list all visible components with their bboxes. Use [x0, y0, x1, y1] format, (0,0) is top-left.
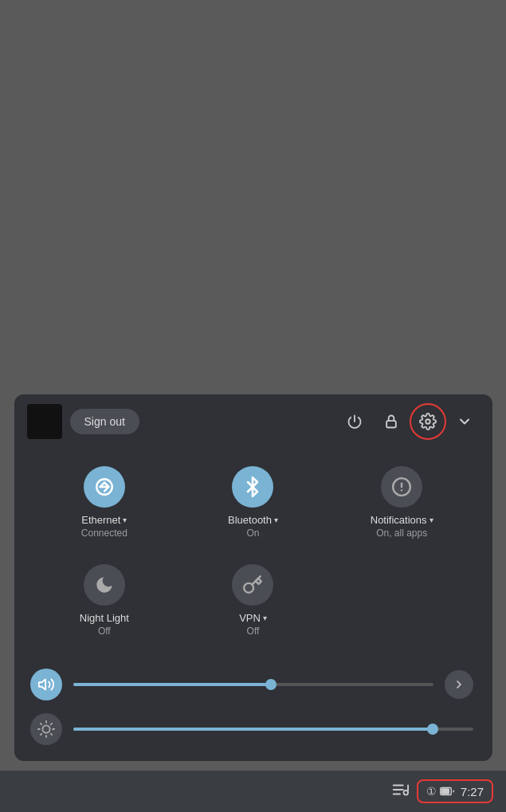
nightlight-icon-circle: [84, 564, 125, 606]
battery-icon: [440, 784, 454, 798]
nightlight-toggle[interactable]: Night Light Off: [30, 556, 179, 648]
key-icon: [242, 575, 263, 595]
quick-toggles-row2: Night Light Off VPN ▾ Off: [14, 556, 492, 654]
brightness-track[interactable]: [73, 728, 473, 731]
ethernet-sublabel: Connected: [81, 528, 127, 539]
vpn-label: VPN ▾: [239, 612, 267, 624]
power-icon: [347, 414, 363, 430]
ethernet-toggle[interactable]: Ethernet ▾ Connected: [30, 458, 179, 550]
svg-rect-23: [441, 789, 449, 794]
svg-marker-7: [38, 680, 45, 690]
vpn-icon-circle: [232, 564, 273, 606]
volume-fill: [73, 683, 272, 686]
volume-track[interactable]: [73, 683, 433, 686]
volume-icon: [37, 676, 55, 693]
notifications-dropdown-arrow: ▾: [430, 516, 433, 524]
avatar: [27, 404, 62, 439]
bluetooth-dropdown-arrow: ▾: [274, 516, 278, 524]
bluetooth-toggle[interactable]: Bluetooth ▾ On: [178, 458, 328, 550]
chevron-right-icon: [453, 678, 465, 691]
svg-line-16: [50, 724, 51, 724]
svg-line-11: [40, 724, 41, 724]
lock-icon: [383, 414, 399, 430]
notifications-toggle[interactable]: Notifications ▾ On, all apps: [328, 458, 477, 550]
volume-thumb: [265, 679, 277, 690]
sign-out-button[interactable]: Sign out: [70, 409, 139, 434]
taskbar-time-section[interactable]: ① 7:27: [417, 779, 493, 803]
volume-button[interactable]: [30, 669, 62, 700]
lock-button[interactable]: [376, 406, 406, 437]
svg-line-12: [50, 734, 51, 735]
brightness-slider-row: [30, 713, 473, 745]
notification-dot-icon: ①: [426, 785, 437, 798]
playlist-icon[interactable]: [391, 781, 409, 802]
svg-line-15: [40, 734, 41, 735]
quick-toggles-row1: Ethernet ▾ Connected Bluetooth ▾ On: [14, 449, 492, 556]
empty-cell: [328, 556, 477, 648]
volume-next-button[interactable]: [445, 670, 473, 699]
brightness-fill: [73, 728, 433, 731]
brightness-icon: [37, 720, 55, 738]
brightness-thumb: [427, 724, 438, 735]
vpn-sublabel: Off: [247, 626, 260, 637]
settings-button[interactable]: [413, 406, 443, 437]
chevron-down-icon: [457, 414, 473, 430]
top-bar: Sign out: [14, 394, 492, 449]
brightness-button[interactable]: [30, 713, 62, 745]
moon-icon: [94, 575, 115, 595]
nightlight-sublabel: Off: [98, 626, 111, 637]
ethernet-dropdown-arrow: ▾: [123, 516, 127, 524]
sliders-section: [14, 654, 492, 761]
svg-point-8: [42, 725, 49, 732]
taskbar-status-icons: ①: [426, 784, 454, 798]
top-icons: [339, 406, 480, 437]
ethernet-icon-circle: [84, 466, 125, 508]
nightlight-label: Night Light: [80, 612, 129, 624]
volume-slider-row: [30, 669, 473, 700]
notifications-label: Notifications ▾: [371, 514, 433, 526]
notifications-icon: [391, 477, 412, 497]
power-button[interactable]: [339, 406, 370, 437]
ethernet-label: Ethernet ▾: [81, 514, 127, 526]
svg-point-20: [403, 790, 408, 794]
vpn-toggle[interactable]: VPN ▾ Off: [178, 556, 328, 648]
bluetooth-icon: [242, 477, 263, 497]
bluetooth-sublabel: On: [246, 528, 259, 539]
notifications-icon-circle: [381, 466, 422, 508]
vpn-dropdown-arrow: ▾: [263, 614, 267, 622]
svg-point-1: [426, 419, 430, 424]
chevron-down-button[interactable]: [449, 406, 480, 437]
taskbar-time: 7:27: [461, 785, 484, 798]
notifications-sublabel: On, all apps: [376, 528, 427, 539]
bluetooth-icon-circle: [232, 466, 273, 508]
taskbar: ① 7:27: [0, 771, 506, 812]
svg-rect-0: [386, 421, 396, 427]
bluetooth-label: Bluetooth ▾: [228, 514, 278, 526]
ethernet-icon: [94, 477, 115, 497]
gear-icon: [419, 413, 437, 430]
